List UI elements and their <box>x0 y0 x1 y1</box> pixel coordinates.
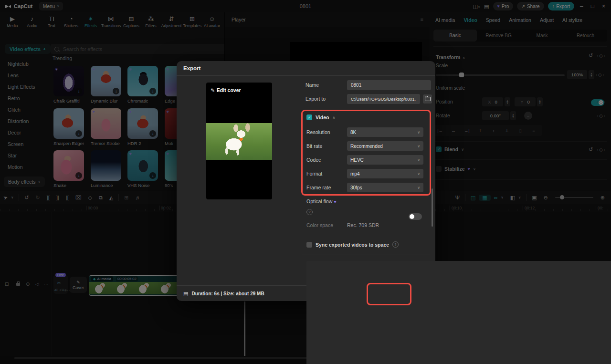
dialog-scrollbar[interactable] <box>432 188 433 227</box>
cover-frame-image <box>206 123 272 160</box>
edit-cover-button[interactable]: ✎ Edit cover <box>211 87 241 93</box>
export-to-label: Export to <box>306 96 326 102</box>
annotation-export-button <box>367 283 411 305</box>
edit-cover-label: Edit cover <box>217 87 241 93</box>
export-summary: Duration: 6s | Size: about 29 MB <box>191 291 264 296</box>
folder-icon <box>425 97 431 101</box>
annotation-video-settings <box>301 110 431 196</box>
pencil-icon: ✎ <box>211 87 215 93</box>
optical-flow-gem-icon: ♥ <box>334 199 336 204</box>
divider <box>302 234 430 234</box>
color-space-value: Rec. 709 SDR <box>347 222 379 228</box>
capcut-window: CapCut Menu ∨ 0801 ◫∨ ▤ ♥ Pro ↗ Share ↑ … <box>0 0 611 364</box>
sync-space-label: Sync exported videos to space <box>316 242 389 248</box>
question-icon: ? <box>309 210 311 214</box>
optical-flow-label: Optical flow ♥ <box>306 198 337 204</box>
divider <box>302 254 430 254</box>
optical-flow-toggle[interactable] <box>409 213 422 220</box>
question-icon: ? <box>395 243 397 246</box>
sync-help-icon[interactable]: ? <box>392 241 399 248</box>
sync-space-checkbox[interactable] <box>306 242 312 248</box>
film-icon: ▤ <box>183 291 188 297</box>
export-dialog-title: Export <box>177 61 435 76</box>
color-space-label: Color space <box>306 222 333 228</box>
export-path-input[interactable] <box>347 94 420 104</box>
cover-preview[interactable]: ✎ Edit cover <box>206 83 272 199</box>
optical-flow-help-icon[interactable]: ? <box>306 209 313 215</box>
name-label: Name <box>306 82 319 88</box>
name-input[interactable] <box>347 80 431 90</box>
audio-checkbox[interactable] <box>306 261 611 364</box>
browse-folder-button[interactable] <box>423 94 432 104</box>
